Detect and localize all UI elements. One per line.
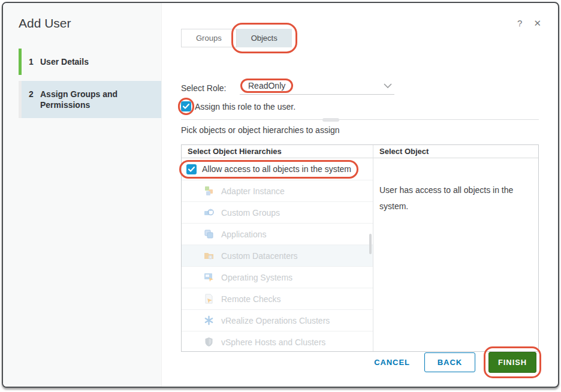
hierarchy-label: Adapter Instance [221,186,285,196]
custom-groups-icon [204,207,214,218]
tab-groups[interactable]: Groups [181,29,237,47]
remote-checks-icon [204,294,214,304]
back-button[interactable]: BACK [424,352,475,372]
adapter-instance-icon [204,186,214,196]
allow-all-checkbox[interactable] [186,164,197,174]
hierarchy-label: vRealize Operations Clusters [221,316,330,325]
sidebar-step-assign-groups[interactable]: 2 Assign Groups and Permissions [19,81,161,118]
custom-datacenters-icon [204,251,214,261]
hierarchy-label: Operating Systems [221,273,292,282]
step-label: User Details [40,56,154,67]
hierarchy-label: Remote Checks [221,294,281,304]
finish-button[interactable]: FINISH [488,352,536,373]
vrealize-operations-clusters-icon [204,315,214,325]
role-dropdown[interactable]: ReadOnly [240,81,394,95]
tab-bar: Groups Objects [181,29,539,47]
operating-systems-icon [204,272,214,282]
checkmark-icon [183,104,189,109]
allow-all-label: Allow access to all objects in the syste… [202,164,351,174]
checkmark-icon [188,167,195,172]
add-user-dialog: Add User 1 User Details 2 Assign Groups … [2,2,559,388]
chevron-down-icon [384,83,392,89]
hierarchy-row-custom-datacenters[interactable]: Custom Datacenters [182,245,373,266]
hierarchy-row-custom-groups[interactable]: Custom Groups [182,201,373,223]
role-selected-value: ReadOnly [248,81,285,91]
hierarchy-label: vSphere Hosts and Clusters [221,337,325,347]
left-column-header: Select Object Hierarchies [182,145,373,158]
hierarchy-row-operating-systems[interactable]: Operating Systems [182,266,373,288]
right-column-header: Select Object [373,145,538,158]
dialog-footer: CANCEL BACK FINISH [181,352,539,376]
all-objects-message: User has access to all objects in the sy… [373,158,538,215]
allow-all-row: Allow access to all objects in the syste… [182,158,373,180]
applications-icon [204,229,214,239]
cancel-button[interactable]: CANCEL [373,353,411,372]
select-object-column: Select Object User has access to all obj… [373,145,538,351]
object-picker-table: Select Object Hierarchies Allow access t… [181,144,539,352]
step-label: Assign Groups and Permissions [40,89,154,110]
horizontal-scrollbar-thumb[interactable] [322,118,339,122]
hierarchy-row-vsphere-hosts-and-clusters[interactable]: vSphere Hosts and Clusters [182,331,373,352]
assign-role-label: Assign this role to the user. [195,102,295,111]
tab-label: Objects [251,34,278,43]
hierarchy-row-vrealize-operations-clusters[interactable]: vRealize Operations Clusters [182,309,373,331]
hierarchy-row-remote-checks[interactable]: Remote Checks [182,288,373,309]
section-divider [181,119,539,120]
step-number: 2 [29,89,36,110]
assign-role-row: Assign this role to the user. [181,101,539,111]
wizard-sidebar: Add User 1 User Details 2 Assign Groups … [3,3,162,387]
select-role-label: Select Role: [181,83,240,93]
wizard-main-panel: ? ✕ Groups Objects Select Role: ReadOnly [162,3,558,387]
window-controls: ? ✕ [517,19,541,28]
hierarchy-label: Custom Groups [221,208,280,218]
pick-objects-instruction: Pick objects or object hierarchies to as… [181,125,539,135]
assign-role-checkbox[interactable] [181,101,191,111]
close-icon[interactable]: ✕ [533,19,541,28]
help-icon[interactable]: ? [517,19,522,28]
hierarchy-row-adapter-instance[interactable]: Adapter Instance [182,180,373,201]
step-number: 1 [29,56,36,67]
select-role-row: Select Role: ReadOnly [181,81,539,95]
tab-objects[interactable]: Objects [237,29,292,47]
object-hierarchies-column: Select Object Hierarchies Allow access t… [182,145,373,351]
hierarchy-row-applications[interactable]: Applications [182,223,373,245]
sidebar-step-user-details[interactable]: 1 User Details [19,49,161,75]
vertical-scrollbar-thumb[interactable] [369,234,372,254]
tab-label: Groups [196,34,222,43]
dialog-title: Add User [19,16,161,31]
hierarchy-label: Custom Datacenters [221,251,298,261]
hierarchy-label: Applications [221,230,267,239]
vsphere-hosts-and-clusters-icon [204,337,214,347]
